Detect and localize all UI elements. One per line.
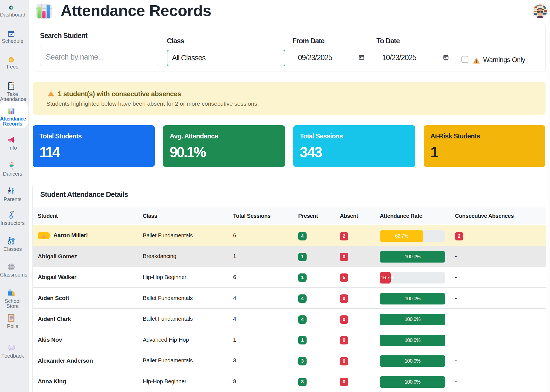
svg-text:€: €	[10, 58, 12, 62]
